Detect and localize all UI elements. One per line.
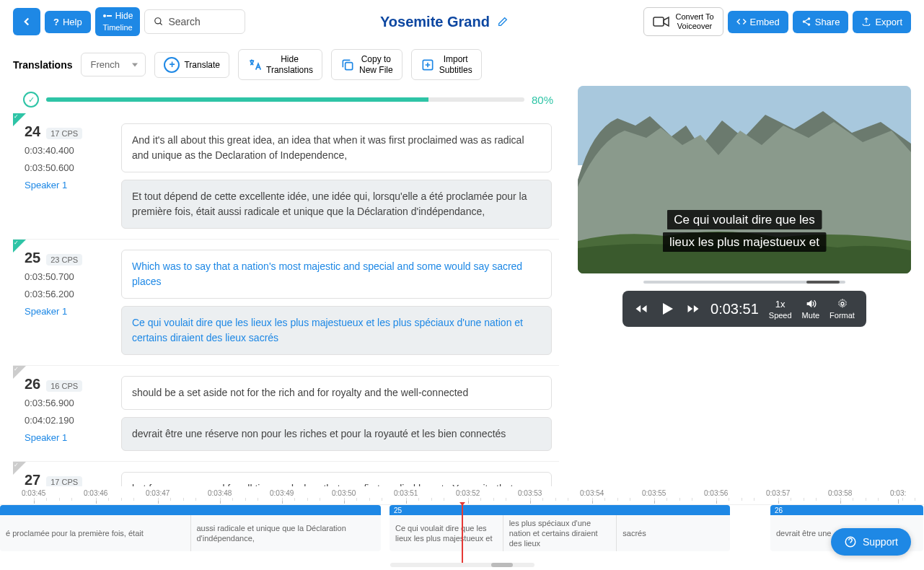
translation-text[interactable]: Ce qui voulait dire que les lieux les pl… (121, 306, 552, 355)
ruler-tick: 0:03:45 (22, 489, 45, 497)
ruler-tick: 0:03:53 (518, 489, 542, 497)
search-icon (154, 17, 164, 27)
back-button[interactable] (13, 8, 40, 35)
ruler-tick: 0:03:56 (704, 489, 728, 497)
original-text[interactable]: And it's all about this great idea, an i… (121, 123, 552, 172)
convert-voiceover-button[interactable]: Convert ToVoiceover (643, 7, 723, 36)
original-text[interactable]: Which was to say that a nation's most ma… (121, 250, 552, 299)
search-input[interactable]: Search (144, 9, 245, 34)
ruler-tick: 0:03:50 (332, 489, 356, 497)
video-preview[interactable]: Ce qui voulait dire que les lieux les pl… (578, 86, 911, 273)
rewind-button[interactable] (634, 302, 648, 316)
cps-badge: 17 CPS (46, 128, 82, 139)
timeline[interactable]: 0:03:450:03:460:03:470:03:480:03:490:03:… (0, 486, 924, 570)
support-icon (844, 535, 857, 548)
subtitle-meta: 2523 CPS0:03:50.7000:03:56.200Speaker 1 (25, 250, 111, 355)
camera-icon (653, 15, 670, 28)
forward-button[interactable] (686, 302, 700, 316)
subtitle-speaker: Speaker 1 (25, 306, 111, 317)
arrow-left-icon (20, 15, 33, 28)
svg-line-9 (804, 22, 808, 25)
ruler-tick: 0:03:48 (208, 489, 232, 497)
timeline-scrollbar[interactable] (390, 563, 534, 567)
clip-cell: les plus spéciaux d'une nation et certai… (503, 515, 617, 551)
timeline-clip[interactable]: 25Ce qui voulait dire que les lieux les … (390, 505, 730, 551)
ruler-tick: 0:03:54 (580, 489, 604, 497)
original-text[interactable]: should be a set aside not for the rich a… (121, 376, 552, 410)
cps-badge: 16 CPS (46, 380, 82, 392)
play-button[interactable] (659, 300, 676, 317)
subtitle-item[interactable]: 2523 CPS0:03:50.7000:03:56.200Speaker 1W… (13, 240, 559, 366)
progress-row: ✓ 80% (13, 86, 563, 113)
subtitle-start-time: 0:03:56.900 (25, 397, 111, 410)
subtitle-end-time: 0:03:56.200 (25, 288, 111, 301)
subtitle-number: 26 (25, 376, 40, 392)
page-title: Yosemite Grand (380, 14, 490, 30)
clip-cell: é proclamée pour la première fois, était (0, 515, 191, 551)
svg-line-8 (804, 19, 808, 22)
svg-rect-10 (346, 62, 353, 69)
ruler-tick: 0:03:58 (828, 489, 852, 497)
copy-icon (340, 58, 355, 72)
plus-icon: + (164, 57, 180, 73)
ruler-tick: 0:03:51 (394, 489, 418, 497)
subtitle-list[interactable]: 2417 CPS0:03:40.4000:03:50.600Speaker 1A… (13, 113, 563, 490)
volume-icon (805, 298, 817, 310)
ruler-tick: 0:03:57 (766, 489, 790, 497)
subtitle-number: 27 (25, 472, 40, 488)
ruler-tick: 0:03:47 (146, 489, 170, 497)
subtitle-meta: 2616 CPS0:03:56.9000:04:02.190Speaker 1 (25, 376, 111, 451)
video-caption: Ce qui voulait dire que les lieux les pl… (661, 209, 828, 253)
embed-button[interactable]: Embed (728, 11, 788, 33)
edit-icon[interactable] (497, 16, 509, 27)
subtitle-speaker: Speaker 1 (25, 180, 111, 190)
status-corner-icon (13, 240, 26, 253)
gear-icon (837, 298, 848, 310)
subtitle-item[interactable]: 2616 CPS0:03:56.9000:04:02.190Speaker 1s… (13, 366, 559, 462)
svg-point-13 (841, 302, 844, 305)
progress-bar[interactable] (46, 97, 524, 102)
svg-point-0 (103, 14, 106, 17)
clip-header: 25 (390, 505, 730, 515)
speed-button[interactable]: 1xSpeed (769, 299, 792, 320)
help-label: Help (63, 17, 82, 27)
subtitle-item[interactable]: 2417 CPS0:03:40.4000:03:50.600Speaker 1A… (13, 113, 559, 240)
translation-text[interactable]: Et tout dépend de cette excellente idée,… (121, 180, 552, 229)
status-corner-icon (13, 462, 26, 475)
mute-button[interactable]: Mute (802, 298, 819, 320)
progress-percent: 80% (532, 94, 553, 106)
subtitle-number: 24 (25, 123, 40, 139)
translate-toggle-icon (247, 58, 262, 72)
language-select[interactable]: French (81, 53, 146, 76)
format-button[interactable]: Format (830, 298, 855, 320)
svg-line-3 (160, 23, 162, 25)
status-corner-icon (13, 113, 26, 126)
import-subtitles-button[interactable]: ImportSubtitles (411, 49, 482, 80)
translation-text[interactable]: devrait être une réserve non pour les ri… (121, 417, 552, 451)
import-icon (421, 58, 435, 72)
copy-to-new-file-button[interactable]: Copy toNew File (331, 49, 402, 80)
question-icon: ? (53, 17, 59, 27)
check-circle-icon: ✓ (23, 92, 39, 108)
svg-point-2 (155, 18, 161, 24)
subtitle-end-time: 0:04:02.190 (25, 414, 111, 427)
export-icon (861, 17, 871, 27)
hide-timeline-button[interactable]: Hide Timeline (95, 7, 141, 36)
playhead[interactable] (462, 505, 463, 563)
help-button[interactable]: ? Help (45, 11, 91, 33)
clip-cell: sacrés (617, 515, 730, 551)
subtitle-start-time: 0:03:40.400 (25, 144, 111, 157)
clip-header (0, 505, 381, 515)
clip-cell: Ce qui voulait dire que les lieux les pl… (390, 515, 503, 551)
scrub-bar[interactable] (643, 281, 845, 284)
translate-button[interactable]: + Translate (154, 52, 229, 78)
support-button[interactable]: Support (831, 528, 911, 556)
player-time: 0:03:51 (710, 301, 759, 317)
subtitle-meta: 2417 CPS0:03:40.4000:03:50.600Speaker 1 (25, 123, 111, 229)
export-button[interactable]: Export (853, 11, 911, 33)
share-button[interactable]: Share (793, 11, 849, 33)
hide-translations-button[interactable]: HideTranslations (238, 49, 322, 80)
cps-badge: 23 CPS (46, 254, 82, 266)
ruler-tick: 0:03: (890, 489, 906, 497)
timeline-clip[interactable]: é proclamée pour la première fois, était… (0, 505, 381, 551)
